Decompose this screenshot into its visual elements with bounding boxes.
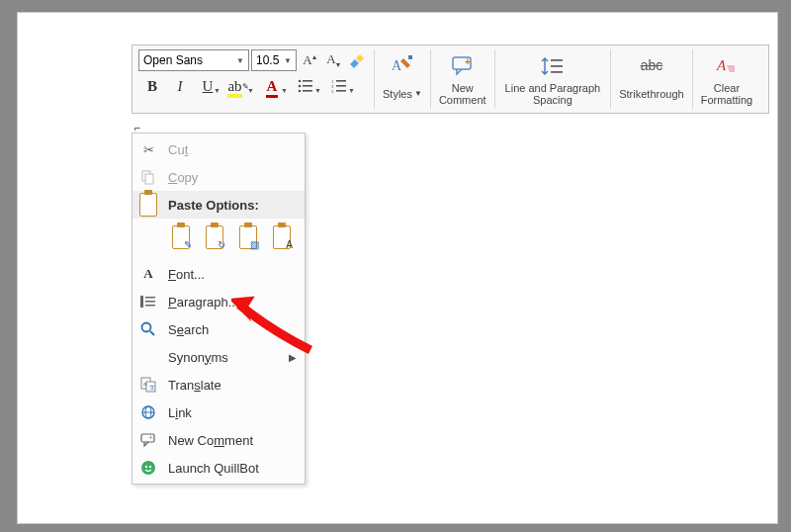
ctx-copy-label: Copy [168, 170, 198, 185]
styles-icon: A [390, 53, 415, 79]
svg-rect-24 [145, 301, 155, 303]
font-icon: A [138, 264, 158, 284]
ctx-paste-options-label: Paste Options: [168, 198, 259, 213]
underline-button[interactable]: U▼ [194, 74, 221, 98]
numbering-button[interactable]: 123 ▼ [322, 74, 356, 98]
ctx-link[interactable]: Link [132, 399, 305, 426]
font-color-button[interactable]: A ▼ [255, 74, 289, 98]
chevron-down-icon: ▼ [284, 56, 292, 65]
font-group: Open Sans ▼ 10.5 ▼ A▴ A▾ B I [132, 45, 374, 113]
ctx-font-label: Font... [168, 267, 205, 282]
clipboard-icon [138, 195, 158, 215]
comment-icon: + [450, 53, 476, 79]
document-page: Open Sans ▼ 10.5 ▼ A▴ A▾ B I [17, 12, 778, 524]
font-name-value: Open Sans [143, 53, 203, 67]
svg-point-4 [299, 90, 302, 93]
search-icon [138, 319, 158, 339]
svg-text:A: A [392, 58, 402, 73]
ribbon-toolbar: Open Sans ▼ 10.5 ▼ A▴ A▾ B I [132, 44, 769, 114]
svg-rect-1 [303, 80, 312, 82]
svg-rect-3 [303, 85, 312, 87]
bold-button[interactable]: B [138, 74, 166, 98]
clear-highlight-button[interactable] [346, 49, 368, 71]
highlight-button[interactable]: ab ✎ ▼ [221, 74, 255, 98]
line-spacing-label: Line and Paragraph Spacing [505, 82, 601, 106]
ctx-new-comment-label: New Comment [168, 433, 253, 448]
svg-rect-5 [303, 90, 312, 92]
strikethrough-label: Strikethrough [619, 88, 683, 100]
font-name-selector[interactable]: Open Sans ▼ [138, 49, 249, 71]
svg-point-26 [142, 323, 151, 332]
ctx-translate-label: Translate [168, 378, 221, 393]
ctx-paste-options-header: Paste Options: [132, 191, 305, 219]
blank-icon [138, 347, 158, 367]
italic-button[interactable]: I [166, 74, 194, 98]
comment-icon: + [138, 430, 158, 450]
svg-text:A: A [716, 57, 727, 73]
link-icon [138, 402, 158, 422]
ctx-paragraph-label: Paragraph... [168, 295, 239, 310]
paste-picture[interactable]: ▧ [235, 222, 261, 252]
svg-point-39 [149, 466, 151, 468]
paste-merge[interactable]: ↻ [202, 222, 227, 252]
ctx-search-label: Search [168, 322, 209, 337]
ctx-new-comment[interactable]: + New Comment [132, 426, 305, 454]
translate-icon: a文 [138, 375, 158, 395]
ctx-link-label: Link [168, 405, 192, 420]
new-comment-label: New Comment [439, 82, 486, 106]
shrink-font-button[interactable]: A▾ [322, 49, 344, 71]
svg-point-2 [299, 85, 302, 88]
svg-rect-21 [145, 174, 153, 184]
svg-line-27 [150, 331, 154, 335]
strikethrough-icon: abc [639, 53, 664, 79]
svg-rect-22 [140, 296, 143, 308]
ctx-paragraph[interactable]: Paragraph... [132, 288, 305, 315]
context-menu: ✂ Cut Copy Paste Options: ✎ ↻ ▧ A A Font… [132, 133, 306, 485]
svg-rect-6 [336, 80, 346, 82]
svg-point-38 [145, 466, 147, 468]
svg-point-0 [299, 80, 302, 83]
strikethrough-button[interactable]: abc Strikethrough [611, 45, 691, 113]
svg-rect-13 [408, 55, 412, 59]
svg-point-37 [141, 461, 155, 475]
ctx-synonyms[interactable]: Synonyms ▶ [132, 343, 305, 371]
clear-formatting-label: Clear Formatting [701, 82, 753, 106]
ctx-search[interactable]: Search [132, 315, 305, 343]
line-spacing-icon [540, 53, 566, 79]
chevron-down-icon: ▼ [236, 56, 244, 65]
ctx-font[interactable]: A Font... [132, 260, 305, 288]
svg-rect-25 [145, 305, 155, 307]
ctx-cut[interactable]: ✂ Cut [132, 135, 305, 163]
chevron-right-icon: ▶ [289, 352, 297, 363]
clear-formatting-button[interactable]: A Clear Formatting [693, 45, 761, 113]
ctx-copy[interactable]: Copy [132, 163, 305, 191]
bullets-button[interactable]: ▼ [289, 74, 322, 98]
styles-label: Styles [383, 88, 412, 100]
font-size-value: 10.5 [256, 53, 279, 67]
ctx-cut-label: Cut [168, 142, 188, 157]
clear-formatting-icon: A [714, 53, 740, 79]
ctx-quillbot[interactable]: Launch QuillBot [132, 454, 305, 482]
svg-rect-23 [145, 297, 155, 299]
svg-text:+: + [465, 56, 471, 67]
grow-font-button[interactable]: A▴ [299, 49, 320, 71]
svg-rect-18 [551, 71, 563, 73]
ctx-translate[interactable]: a文 Translate [132, 371, 305, 399]
svg-rect-8 [336, 90, 346, 92]
ctx-synonyms-label: Synonyms [168, 350, 228, 365]
line-spacing-button[interactable]: Line and Paragraph Spacing [495, 45, 611, 113]
svg-text:文: 文 [149, 384, 155, 391]
new-comment-button[interactable]: + New Comment [431, 45, 494, 113]
styles-button[interactable]: A Styles▼ [375, 45, 430, 113]
paste-options-row: ✎ ↻ ▧ A [132, 219, 305, 260]
copy-icon [138, 167, 158, 187]
svg-rect-16 [551, 59, 563, 61]
ctx-quillbot-label: Launch QuillBot [168, 461, 259, 476]
svg-rect-17 [551, 65, 563, 67]
font-size-selector[interactable]: 10.5 ▼ [251, 49, 297, 71]
scissors-icon: ✂ [138, 139, 158, 159]
paste-text-only[interactable]: A [269, 222, 295, 252]
svg-text:+: + [148, 433, 153, 442]
paragraph-icon [138, 292, 158, 311]
paste-keep-source[interactable]: ✎ [168, 222, 194, 252]
